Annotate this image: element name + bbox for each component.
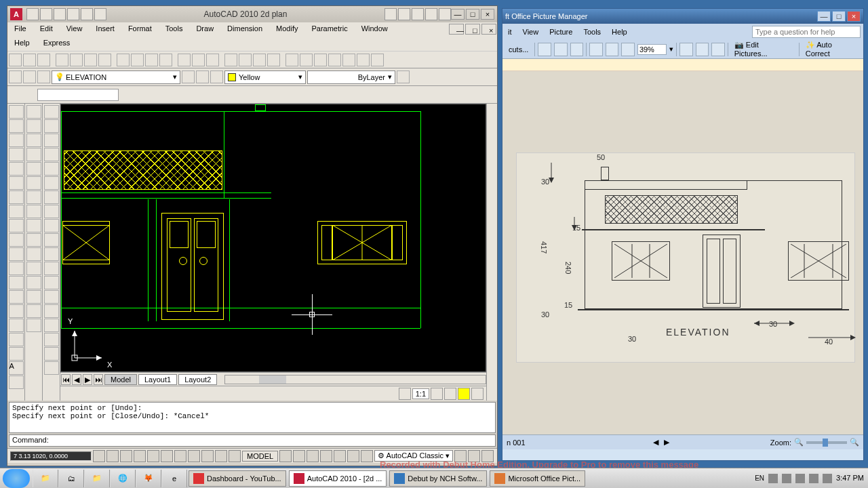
dim-break-icon[interactable]: [44, 262, 59, 275]
pline-icon[interactable]: [9, 134, 24, 147]
zoom-prev-icon[interactable]: [267, 54, 280, 66]
menu-draw[interactable]: Draw: [189, 22, 220, 37]
open-icon[interactable]: [40, 8, 52, 20]
help-icon[interactable]: [439, 8, 451, 20]
region-icon[interactable]: [9, 333, 24, 346]
polar-toggle[interactable]: [134, 450, 146, 462]
dim-arc-icon[interactable]: [44, 134, 59, 147]
tab-layout2[interactable]: Layout2: [178, 374, 217, 385]
xline-icon[interactable]: [9, 119, 24, 133]
dim-space-icon[interactable]: [44, 247, 59, 261]
layer-match-icon[interactable]: [210, 70, 223, 83]
spline-icon[interactable]: [9, 219, 24, 232]
dim-quick-icon[interactable]: [44, 205, 59, 218]
lwt-toggle[interactable]: [215, 450, 227, 462]
layer-props-icon[interactable]: [9, 70, 22, 83]
new-icon[interactable]: [9, 54, 22, 66]
rotate-l-icon[interactable]: [696, 43, 709, 56]
erase-icon[interactable]: [26, 105, 41, 119]
command-history[interactable]: Specify next point or [Undo]: Specify ne…: [9, 402, 496, 433]
help2-icon[interactable]: [371, 54, 384, 66]
dim-linear-icon[interactable]: [44, 105, 59, 119]
sb6-icon[interactable]: [347, 450, 359, 462]
fav-icon[interactable]: [425, 8, 437, 20]
jogged-icon[interactable]: [44, 319, 59, 332]
actualsize-icon[interactable]: [679, 43, 693, 56]
menu-modify[interactable]: Modify: [269, 22, 304, 37]
new-icon[interactable]: [26, 8, 39, 20]
chrome-icon[interactable]: 🌐: [110, 470, 136, 487]
osnap-toggle[interactable]: [147, 450, 159, 462]
wheel-icon[interactable]: [399, 388, 411, 400]
print-icon[interactable]: [94, 8, 106, 20]
cut-icon[interactable]: [589, 43, 603, 56]
auto-correct-button[interactable]: ✨ Auto Correct: [802, 39, 861, 60]
start-button[interactable]: [3, 469, 30, 488]
save-icon[interactable]: [538, 43, 551, 56]
sb1-icon[interactable]: [279, 450, 292, 462]
menu-edit[interactable]: Edit: [33, 22, 60, 37]
blockeditor-icon[interactable]: [178, 54, 191, 66]
anno-scale[interactable]: 1:1: [412, 388, 429, 399]
menu-tools[interactable]: Tools: [159, 22, 190, 37]
dim-continue-icon[interactable]: [44, 233, 59, 247]
menu-express[interactable]: Express: [37, 37, 77, 51]
preview-icon[interactable]: [70, 54, 83, 66]
ducs-toggle[interactable]: [188, 450, 200, 462]
firefox-icon[interactable]: 🦊: [136, 470, 161, 487]
extend-icon[interactable]: [26, 247, 41, 261]
qp-toggle[interactable]: [229, 450, 241, 462]
dim-diameter-icon[interactable]: [44, 176, 59, 190]
doc-max-button[interactable]: □: [465, 24, 480, 35]
task-picmgr[interactable]: Microsoft Office Pict...: [490, 470, 585, 487]
lw-icon[interactable]: [397, 70, 410, 83]
addsel-icon[interactable]: [9, 375, 24, 389]
line-icon[interactable]: [9, 105, 24, 119]
arc-icon[interactable]: [9, 176, 24, 190]
menu-format[interactable]: Format: [121, 22, 159, 37]
tab-prev-button[interactable]: ◀: [72, 374, 81, 385]
snap-toggle[interactable]: [93, 450, 105, 462]
layer-filter-icon[interactable]: [37, 70, 50, 83]
coords-display[interactable]: 7 3.13 1020, 0.0000: [10, 451, 92, 461]
dim-baseline-icon[interactable]: [44, 219, 59, 232]
redo-icon[interactable]: [206, 54, 219, 66]
fillet-icon[interactable]: [26, 304, 41, 318]
sb2-icon[interactable]: [293, 450, 305, 462]
sb3-icon[interactable]: [307, 450, 319, 462]
cut-icon[interactable]: [117, 54, 130, 66]
zoom-rt-icon[interactable]: [239, 54, 252, 66]
nav2-icon[interactable]: [444, 388, 456, 400]
layer-make-icon[interactable]: [182, 70, 195, 83]
zoom-out-button[interactable]: 🔍: [794, 438, 804, 447]
ssm-icon[interactable]: [328, 54, 341, 66]
save-icon[interactable]: [37, 54, 50, 66]
color-dropdown[interactable]: Yellow ▾: [224, 70, 306, 84]
drawing-canvas[interactable]: Y X: [60, 104, 486, 372]
undo-icon[interactable]: [67, 8, 79, 20]
pm-titlebar[interactable]: ft Office Picture Manager — □ ×: [502, 9, 863, 24]
markup-icon[interactable]: [342, 54, 355, 66]
3dosnap-toggle[interactable]: [161, 450, 173, 462]
tray-icon[interactable]: [823, 474, 832, 483]
rotate-icon[interactable]: [26, 190, 41, 204]
nav-locate-icon[interactable]: [458, 388, 470, 400]
edit-pictures-button[interactable]: 📷 Edit Pictures...: [731, 39, 796, 60]
circle-icon[interactable]: [9, 190, 24, 204]
menu-window[interactable]: Window: [355, 22, 395, 37]
mtext-icon[interactable]: A: [9, 361, 24, 375]
explode-icon[interactable]: [26, 319, 41, 332]
task-dashboard[interactable]: Dashboard - YouTub...: [189, 470, 286, 487]
save-icon[interactable]: [54, 8, 66, 20]
trim-icon[interactable]: [26, 233, 41, 247]
task-autocad[interactable]: AutoCAD 2010 - [2d ...: [289, 470, 387, 487]
autocad-logo-icon[interactable]: A: [10, 8, 22, 20]
style-dd[interactable]: [37, 89, 119, 101]
volume-icon[interactable]: [809, 474, 818, 483]
menu-help[interactable]: Help: [7, 37, 37, 51]
rotate-r-icon[interactable]: [711, 43, 725, 56]
join-icon[interactable]: [26, 276, 41, 289]
nav1-icon[interactable]: [431, 388, 443, 400]
hatch-icon[interactable]: [9, 304, 24, 318]
flag-icon[interactable]: [768, 474, 778, 483]
